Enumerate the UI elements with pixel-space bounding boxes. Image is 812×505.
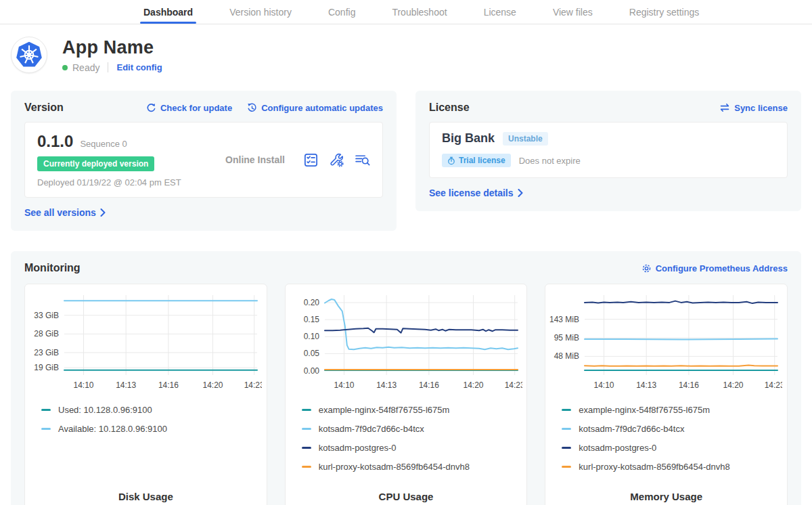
- tab-registry-settings[interactable]: Registry settings: [611, 0, 717, 24]
- svg-text:14:10: 14:10: [594, 380, 614, 390]
- deploy-logs-icon[interactable]: [355, 153, 370, 167]
- svg-text:14:20: 14:20: [202, 380, 223, 390]
- configure-prometheus-button[interactable]: Configure Prometheus Address: [641, 263, 788, 273]
- cpu-usage-plot: 0.200.150.100.050.0014:1014:1314:1614:20…: [290, 290, 522, 397]
- tab-license[interactable]: License: [466, 0, 535, 24]
- svg-text:14:20: 14:20: [723, 380, 744, 390]
- configure-automatic-updates-button[interactable]: Configure automatic updates: [247, 103, 383, 113]
- svg-text:0.05: 0.05: [303, 349, 319, 358]
- svg-text:19 GiB: 19 GiB: [34, 363, 59, 372]
- legend-item: Available: 10.128.0.96:9100: [41, 424, 263, 434]
- deployed-badge: Currently deployed version: [37, 156, 154, 171]
- chevron-right-icon: [518, 189, 523, 197]
- edit-config-link[interactable]: Edit config: [116, 62, 162, 72]
- app-logo: [11, 37, 47, 73]
- legend-item: kurl-proxy-kotsadm-8569fb6454-dnvh8: [562, 462, 783, 472]
- legend-item: example-nginx-54f8f76755-l675m: [562, 405, 783, 415]
- legend-dash-icon: [41, 409, 51, 411]
- page-title: App Name: [62, 37, 162, 58]
- legend-dash-icon: [302, 409, 311, 411]
- svg-text:14:20: 14:20: [463, 380, 483, 390]
- legend-label: kotsadm-postgres-0: [579, 443, 656, 453]
- disk-usage-title: Disk Usage: [29, 491, 263, 505]
- svg-text:23 GiB: 23 GiB: [34, 348, 59, 357]
- svg-text:143 MiB: 143 MiB: [549, 315, 579, 324]
- svg-text:0.10: 0.10: [303, 332, 319, 341]
- memory-usage-chart-card: 143 MiB95 MiB48 MiB14:1014:1314:1614:201…: [545, 284, 788, 505]
- version-sequence: Sequence 0: [80, 139, 127, 149]
- tab-config[interactable]: Config: [310, 0, 374, 24]
- config-wrench-icon[interactable]: [330, 153, 344, 167]
- legend-item: kotsadm-7f9dc7d66c-b4tcx: [562, 424, 783, 434]
- legend-dash-icon: [41, 428, 51, 430]
- svg-text:14:16: 14:16: [158, 380, 179, 390]
- deployed-timestamp: Deployed 01/19/22 @ 02:04 pm EST: [37, 177, 206, 188]
- legend-item: Used: 10.128.0.96:9100: [41, 405, 263, 415]
- svg-text:28 GiB: 28 GiB: [34, 329, 59, 338]
- svg-text:0.00: 0.00: [303, 366, 319, 376]
- preflight-checks-icon[interactable]: [304, 153, 318, 167]
- tab-view-files[interactable]: View files: [535, 0, 611, 24]
- svg-text:48 MiB: 48 MiB: [554, 351, 579, 361]
- disk-usage-plot: 33 GiB28 GiB23 GiB19 GiB14:1014:1314:161…: [29, 290, 262, 397]
- disk-usage-chart-card: 33 GiB28 GiB23 GiB19 GiB14:1014:1314:161…: [24, 284, 267, 505]
- legend-dash-icon: [302, 428, 311, 430]
- license-title: License: [429, 102, 470, 114]
- legend-label: Used: 10.128.0.96:9100: [58, 405, 152, 415]
- legend-dash-icon: [562, 409, 571, 411]
- legend-item: kotsadm-postgres-0: [562, 443, 783, 453]
- sync-license-button[interactable]: Sync license: [719, 103, 788, 113]
- version-card: Version Check for update Configure autom…: [11, 91, 397, 231]
- legend-label: example-nginx-54f8f76755-l675m: [579, 405, 710, 415]
- monitoring-title: Monitoring: [24, 262, 81, 274]
- legend-item: kotsadm-7f9dc7d66c-b4tcx: [302, 424, 523, 434]
- svg-text:33 GiB: 33 GiB: [34, 311, 59, 320]
- legend-label: Available: 10.128.0.96:9100: [58, 424, 167, 434]
- see-all-versions-link[interactable]: See all versions: [24, 207, 106, 218]
- trial-license-badge: Trial license: [442, 154, 511, 167]
- svg-text:14:10: 14:10: [334, 380, 354, 390]
- legend-label: example-nginx-54f8f76755-l675m: [319, 405, 450, 415]
- svg-text:14:10: 14:10: [73, 380, 93, 390]
- legend-label: kotsadm-postgres-0: [319, 443, 397, 453]
- cpu-usage-legend: example-nginx-54f8f76755-l675mkotsadm-7f…: [302, 405, 523, 481]
- legend-dash-icon: [302, 447, 311, 449]
- svg-text:14:23: 14:23: [765, 380, 782, 390]
- legend-item: kurl-proxy-kotsadm-8569fb6454-dnvh8: [302, 462, 523, 472]
- sync-arrows-icon: [719, 103, 730, 112]
- legend-item: kotsadm-postgres-0: [302, 443, 523, 453]
- svg-text:14:13: 14:13: [376, 380, 397, 390]
- chevron-right-icon: [100, 208, 106, 217]
- svg-text:14:23: 14:23: [244, 380, 262, 390]
- channel-badge: Unstable: [503, 132, 548, 146]
- legend-label: kurl-proxy-kotsadm-8569fb6454-dnvh8: [579, 462, 729, 472]
- legend-dash-icon: [302, 466, 311, 468]
- memory-usage-legend: example-nginx-54f8f76755-l675mkotsadm-7f…: [562, 405, 783, 481]
- legend-dash-icon: [562, 428, 571, 430]
- svg-text:0.20: 0.20: [303, 298, 319, 307]
- top-nav: DashboardVersion historyConfigTroublesho…: [0, 0, 812, 24]
- stopwatch-icon: [447, 156, 455, 165]
- check-for-update-button[interactable]: Check for update: [146, 103, 232, 113]
- legend-dash-icon: [562, 466, 571, 468]
- cpu-usage-chart-card: 0.200.150.100.050.0014:1014:1314:1614:20…: [285, 284, 528, 505]
- svg-text:14:16: 14:16: [679, 380, 699, 390]
- see-license-details-link[interactable]: See license details: [429, 188, 523, 198]
- memory-usage-plot: 143 MiB95 MiB48 MiB14:1014:1314:1614:201…: [549, 290, 782, 397]
- tab-version-history[interactable]: Version history: [211, 0, 310, 24]
- license-expiry: Does not expire: [519, 156, 581, 166]
- svg-text:14:13: 14:13: [116, 380, 136, 390]
- disk-usage-legend: Used: 10.128.0.96:9100Available: 10.128.…: [41, 405, 263, 443]
- svg-text:14:16: 14:16: [419, 380, 439, 390]
- version-number: 0.1.0: [37, 132, 73, 151]
- svg-text:95 MiB: 95 MiB: [554, 333, 579, 343]
- monitoring-section: Monitoring Configure Prometheus Address …: [11, 251, 801, 505]
- tab-troubleshoot[interactable]: Troubleshoot: [374, 0, 465, 24]
- app-header: App Name Ready Edit config: [11, 37, 801, 73]
- gear-icon: [641, 263, 652, 273]
- svg-text:0.15: 0.15: [303, 315, 319, 324]
- tab-dashboard[interactable]: Dashboard: [125, 0, 211, 24]
- legend-label: kotsadm-7f9dc7d66c-b4tcx: [579, 424, 684, 434]
- version-title: Version: [24, 102, 64, 114]
- refresh-icon: [146, 103, 156, 113]
